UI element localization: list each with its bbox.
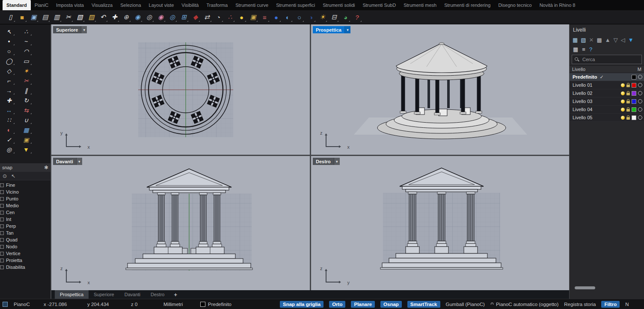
control-points-icon[interactable]: ∴ bbox=[20, 27, 32, 36]
layer-material-icon[interactable] bbox=[638, 91, 642, 95]
osnap-checkbox[interactable] bbox=[0, 218, 4, 221]
add-viewport-tab-button[interactable]: + bbox=[170, 290, 181, 299]
viewport-tab[interactable]: Davanti bbox=[119, 290, 145, 299]
active-layer-swatch[interactable] bbox=[200, 302, 205, 307]
rectangle-tool-icon[interactable]: ▭ bbox=[20, 56, 32, 65]
Predefinito[interactable]: Predefinito ✓ bbox=[570, 73, 644, 81]
explode-tool-icon[interactable]: ✶ bbox=[20, 66, 32, 75]
layer-group-icon[interactable]: ▩ bbox=[597, 37, 602, 43]
layer-color-swatch[interactable] bbox=[632, 99, 636, 104]
osnap-option[interactable]: Medio bbox=[1, 202, 50, 209]
osnap-option[interactable]: Nodo bbox=[1, 243, 50, 250]
visibility-lamp-icon[interactable]: ● bbox=[236, 12, 247, 23]
shaded-view-icon[interactable]: ◐ bbox=[282, 12, 293, 23]
copy-properties-icon[interactable]: ▥ bbox=[51, 12, 62, 23]
Livello 04[interactable]: Livello 04 ✓ bbox=[570, 106, 644, 114]
osnap-checkbox[interactable] bbox=[0, 190, 4, 194]
panel-scrollbar[interactable] bbox=[575, 286, 595, 289]
menu-tab[interactable]: Strumenti SubD bbox=[359, 0, 400, 10]
help-icon[interactable]: ? bbox=[352, 12, 362, 23]
array-tool-icon[interactable]: ∷ bbox=[3, 115, 15, 124]
osnap-option[interactable]: Tan bbox=[1, 230, 50, 236]
ghosted-view-icon[interactable]: ◑ bbox=[306, 12, 316, 23]
menu-tab[interactable]: Seleziona bbox=[116, 0, 145, 10]
menu-tab[interactable]: Visualizza bbox=[88, 0, 116, 10]
viewport-tab[interactable]: Superiore bbox=[89, 290, 119, 299]
move-down-icon[interactable]: ▽ bbox=[614, 37, 618, 43]
viewport-title-davanti[interactable]: Davanti bbox=[53, 158, 82, 165]
sun-icon[interactable]: ☀ bbox=[317, 12, 328, 23]
panel-help-icon[interactable]: ? bbox=[589, 46, 592, 53]
chevron-down-icon[interactable] bbox=[76, 158, 82, 165]
osnap-checkbox[interactable] bbox=[0, 252, 4, 256]
list-view-icon[interactable]: ≡ bbox=[582, 46, 585, 53]
auto-cplane-toggle[interactable]: PianoC automatico (oggetto) bbox=[496, 302, 558, 307]
earth-icon[interactable]: ◕ bbox=[340, 12, 351, 23]
menu-tab[interactable]: Strumenti solidi bbox=[319, 0, 359, 10]
status-toggle[interactable]: Snap alla griglia bbox=[280, 301, 323, 308]
view-capture-icon[interactable]: ◆ bbox=[190, 12, 201, 23]
units-label[interactable]: Millimetri bbox=[163, 302, 196, 307]
hide-tool-icon[interactable]: ◎ bbox=[3, 145, 15, 154]
layer-material-icon[interactable] bbox=[638, 115, 642, 120]
layer-visibility-bulb-icon[interactable] bbox=[621, 91, 625, 95]
layer-color-swatch[interactable] bbox=[632, 107, 636, 112]
chevron-down-icon[interactable] bbox=[344, 26, 350, 33]
layer-material-icon[interactable] bbox=[638, 107, 642, 112]
layer-lock-icon[interactable] bbox=[626, 109, 630, 112]
osnap-option[interactable]: Disabilita bbox=[1, 264, 50, 271]
status-toggle[interactable]: Planare bbox=[351, 301, 375, 308]
zoom-extents-all-icon[interactable]: ◎ bbox=[167, 12, 178, 23]
chevron-down-icon[interactable] bbox=[81, 26, 87, 33]
fillet-tool-icon[interactable]: ⌐ bbox=[3, 76, 15, 85]
menu-tab[interactable]: Layout viste bbox=[145, 0, 178, 10]
surface-tool-icon[interactable]: ▦ bbox=[20, 125, 32, 134]
join-tool-icon[interactable]: ∪ bbox=[20, 115, 32, 124]
viewport-davanti[interactable]: Davanti z x bbox=[51, 156, 310, 290]
zoom-window-icon[interactable]: ◉ bbox=[132, 12, 143, 23]
cplane-pane-icon[interactable] bbox=[3, 302, 8, 307]
boolean-tool-icon[interactable]: ◐ bbox=[3, 125, 15, 134]
layer-lock-icon[interactable] bbox=[626, 85, 630, 87]
viewport-destro[interactable]: Destro z y bbox=[311, 156, 569, 290]
layer-search-box[interactable] bbox=[572, 55, 642, 64]
cplane-label[interactable]: PianoC bbox=[14, 302, 39, 307]
status-toggle[interactable]: Orto bbox=[329, 301, 345, 308]
move-tool-icon[interactable]: ✚ bbox=[3, 96, 15, 105]
truncated-status-item[interactable]: N bbox=[625, 302, 629, 307]
named-views-icon[interactable]: ⇄ bbox=[202, 12, 212, 23]
viewport-prospettica[interactable]: Prospettica z x bbox=[311, 24, 569, 155]
point-tool-icon[interactable]: • bbox=[3, 37, 15, 46]
menu-tab[interactable]: Standard bbox=[3, 0, 31, 10]
collapse-icon[interactable]: ◁ bbox=[621, 37, 625, 43]
viewport-title-superiore[interactable]: Superiore bbox=[53, 26, 87, 33]
Livello 01[interactable]: Livello 01 ✓ bbox=[570, 81, 644, 89]
layer-visibility-bulb-icon[interactable] bbox=[621, 116, 625, 120]
osnap-option[interactable]: Quad bbox=[1, 236, 50, 243]
osnap-option[interactable]: Vicino bbox=[1, 188, 50, 195]
select-cursor-icon[interactable]: ↖ bbox=[3, 27, 15, 36]
osnap-option[interactable]: Proietta bbox=[1, 257, 50, 264]
layer-visibility-bulb-icon[interactable] bbox=[621, 83, 625, 87]
menu-tab[interactable]: Strumenti curve bbox=[231, 0, 272, 10]
layer-tools-icon[interactable]: ≡ bbox=[259, 12, 270, 23]
circle-tool-icon[interactable]: ○ bbox=[3, 47, 15, 56]
record-history-toggle[interactable]: Registra storia bbox=[564, 302, 596, 307]
osnap-checkbox[interactable] bbox=[0, 211, 4, 215]
set-view-icon[interactable]: ◔ bbox=[213, 12, 224, 23]
menu-tab[interactable]: Strumenti mesh bbox=[400, 0, 440, 10]
rotate-tool-icon[interactable]: ↻ bbox=[20, 96, 32, 105]
pan-icon[interactable]: ✚ bbox=[109, 12, 120, 23]
viewport-title-prospettica[interactable]: Prospettica bbox=[313, 26, 350, 33]
paste-icon[interactable]: ▨ bbox=[86, 12, 97, 23]
wireframe-view-icon[interactable]: ○ bbox=[294, 12, 305, 23]
menu-tab[interactable]: Imposta vista bbox=[52, 0, 88, 10]
zoom-selected-icon[interactable]: ◎ bbox=[144, 12, 154, 23]
ellipse-tool-icon[interactable]: ◯ bbox=[3, 56, 15, 65]
flag-tool-icon[interactable]: ▼ bbox=[20, 145, 32, 154]
osnap-option[interactable]: Vertice bbox=[1, 250, 50, 257]
print-icon[interactable]: ▤ bbox=[40, 12, 50, 23]
open-file-icon[interactable]: ■ bbox=[17, 12, 27, 23]
gear-icon[interactable]: ✱ bbox=[44, 165, 48, 171]
pointer-osnap-icon[interactable]: ↖ bbox=[11, 173, 15, 179]
